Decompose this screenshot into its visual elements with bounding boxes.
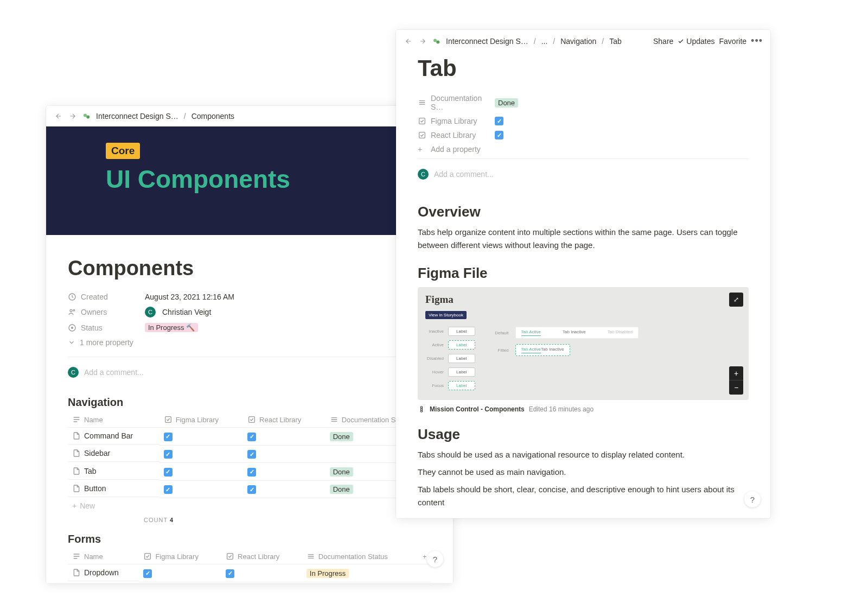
- section-title-navigation[interactable]: Navigation: [68, 396, 431, 409]
- expand-icon[interactable]: ⤢: [729, 293, 743, 307]
- state-row: DisabledLabel: [425, 354, 475, 363]
- table-row[interactable]: Sidebar: [68, 445, 431, 463]
- breadcrumb-page[interactable]: Components: [192, 112, 234, 120]
- more-properties-button[interactable]: 1 more property: [68, 335, 431, 354]
- usage-p2: They cannot be used as main navigation.: [418, 466, 749, 479]
- overview-text: Tabs help organize content into multiple…: [418, 226, 749, 252]
- react-checked[interactable]: [495, 131, 503, 139]
- figma-checked[interactable]: [495, 117, 503, 125]
- page-title: Tab: [418, 55, 749, 81]
- zoom-out-button[interactable]: −: [729, 380, 743, 395]
- checkbox-icon: [418, 117, 426, 125]
- add-property-button[interactable]: +Add a property: [418, 142, 749, 156]
- cover-badge: Core: [106, 143, 140, 159]
- comment-placeholder: Add a comment...: [84, 368, 144, 377]
- svg-rect-13: [419, 118, 425, 124]
- status-badge: Done: [495, 98, 518, 107]
- page-title: Components: [68, 257, 431, 280]
- zoom-in-button[interactable]: +: [729, 366, 743, 380]
- figma-heading: Figma File: [418, 265, 749, 282]
- share-button[interactable]: Share: [653, 37, 673, 46]
- breadcrumb-current[interactable]: Tab: [609, 37, 622, 46]
- hammer-icon: 🔨: [186, 323, 195, 332]
- back-icon[interactable]: [404, 36, 413, 46]
- new-row-button[interactable]: +New: [68, 498, 431, 513]
- created-value: August 23, 2021 12:16 AM: [145, 293, 234, 301]
- react-checked[interactable]: [247, 450, 256, 459]
- table-row[interactable]: Command Bar Done: [68, 428, 431, 446]
- col-name[interactable]: Name: [68, 412, 159, 428]
- property-docstatus[interactable]: Documentation S… Done: [418, 91, 749, 114]
- figma-checked[interactable]: [164, 450, 173, 459]
- svg-point-4: [73, 309, 75, 311]
- col-react[interactable]: React Library: [221, 549, 302, 564]
- state-row: HoverLabel: [425, 367, 475, 377]
- help-button[interactable]: ?: [427, 551, 443, 567]
- forward-icon[interactable]: [68, 111, 78, 121]
- section-title-forms[interactable]: Forms: [68, 533, 431, 545]
- breadcrumb-root[interactable]: Interconnect Design S…: [96, 112, 178, 120]
- divider: [418, 158, 749, 159]
- help-button[interactable]: ?: [744, 491, 761, 507]
- plus-icon: +: [72, 501, 76, 510]
- figma-icon: [418, 405, 425, 413]
- breadcrumb-nav[interactable]: Navigation: [560, 37, 596, 46]
- property-figma[interactable]: Figma Library: [418, 114, 749, 128]
- chevron-down-icon: [68, 339, 75, 346]
- favorite-button[interactable]: Favorite: [719, 37, 747, 46]
- navigation-table: Name Figma Library React Library Documen…: [68, 412, 431, 498]
- property-react[interactable]: React Library: [418, 128, 749, 142]
- state-row: FocusLabel: [425, 381, 475, 390]
- view-storybook-button[interactable]: View in Storybook: [425, 311, 467, 319]
- col-figma[interactable]: Figma Library: [139, 549, 221, 564]
- property-owners[interactable]: Owners C Christian Veigt: [68, 304, 431, 320]
- svg-rect-10: [227, 554, 233, 560]
- property-created[interactable]: Created August 23, 2021 12:16 AM: [68, 290, 431, 304]
- components-window: Interconnect Design S… / Components Shar…: [46, 106, 453, 583]
- svg-point-3: [70, 309, 72, 312]
- row-count: COUNT 4: [68, 513, 431, 525]
- workspace-icon: [82, 111, 92, 121]
- figma-embed[interactable]: Figma View in Storybook InactiveLabelAct…: [418, 287, 749, 400]
- forward-icon[interactable]: [418, 36, 427, 46]
- react-checked[interactable]: [247, 433, 256, 441]
- figma-checked[interactable]: [164, 433, 173, 441]
- clock-icon: [68, 293, 76, 301]
- col-figma[interactable]: Figma Library: [159, 412, 243, 428]
- updates-button[interactable]: Updates: [678, 37, 714, 46]
- breadcrumb-root[interactable]: Interconnect Design S…: [446, 37, 528, 46]
- divider: [68, 357, 431, 357]
- tabbar-default-preview: Tab Active Tab Inactive Tab Disabled: [515, 327, 639, 339]
- svg-point-17: [420, 410, 423, 412]
- figma-caption[interactable]: Mission Control - ComponentsEdited 16 mi…: [418, 405, 749, 413]
- breadcrumb-ellipsis[interactable]: ...: [541, 37, 548, 46]
- svg-rect-14: [419, 132, 425, 138]
- figma-checked[interactable]: [164, 468, 173, 477]
- avatar: C: [418, 169, 429, 180]
- svg-point-0: [84, 114, 87, 117]
- status-badge: In Progress 🔨: [145, 323, 198, 332]
- col-docstatus[interactable]: Documentation Status: [302, 549, 418, 564]
- overview-heading: Overview: [418, 204, 749, 220]
- property-status[interactable]: Status In Progress 🔨: [68, 320, 431, 335]
- col-name[interactable]: Name: [68, 549, 139, 564]
- comment-input[interactable]: C Add a comment...: [418, 164, 749, 190]
- react-checked[interactable]: [247, 485, 256, 494]
- tab-page-window: Interconnect Design S… / ... / Navigatio…: [396, 30, 770, 518]
- figma-checked[interactable]: [164, 485, 173, 494]
- col-react[interactable]: React Library: [243, 412, 326, 428]
- workspace-icon: [432, 36, 442, 46]
- svg-rect-9: [145, 554, 151, 560]
- forms-table: Name Figma Library React Library Documen…: [68, 549, 431, 582]
- avatar: C: [145, 307, 156, 317]
- table-row[interactable]: Button Done: [68, 480, 431, 498]
- comment-input[interactable]: C Add a comment...: [68, 363, 431, 389]
- comment-placeholder: Add a comment...: [434, 170, 494, 179]
- more-menu-icon[interactable]: •••: [751, 35, 763, 47]
- owner-name: Christian Veigt: [162, 308, 211, 316]
- react-checked[interactable]: [247, 468, 256, 477]
- table-row[interactable]: Tab Done: [68, 463, 431, 481]
- usage-p3: Tab labels should be short, clear, conci…: [418, 483, 749, 509]
- table-row[interactable]: Dropdown In Progress: [68, 564, 431, 582]
- back-icon[interactable]: [54, 111, 63, 121]
